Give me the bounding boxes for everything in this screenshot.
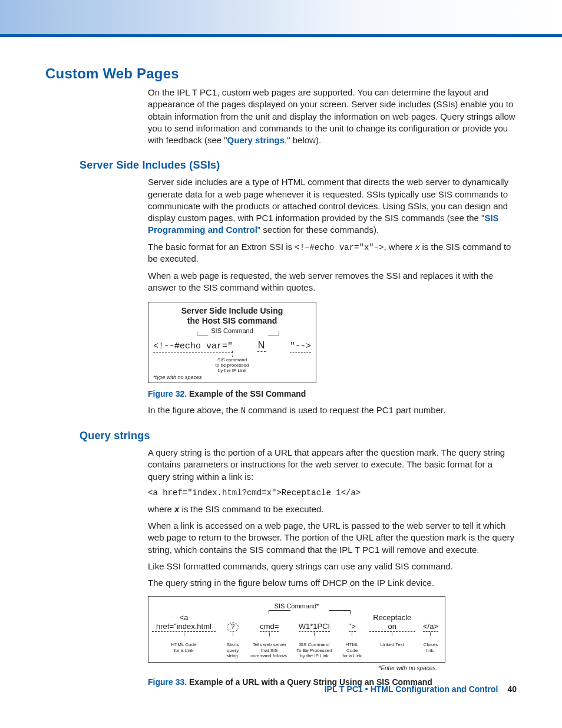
fig33-t2: ? Startsquery string. xyxy=(220,622,245,658)
ssi-p1b: " section for these commands). xyxy=(257,225,379,235)
fig33-t3-sub: Tells web serverthat SIScommand follows. xyxy=(250,642,289,658)
ssi-p2b: , where xyxy=(384,242,415,252)
fig32-title-2: the Host SIS command xyxy=(153,316,311,326)
fig32-n: N xyxy=(233,340,290,352)
fig32-footnote: *type with no spaces xyxy=(153,374,311,380)
ssi-p2-code: <!–#echo var="x"–> xyxy=(295,243,384,252)
ssi-p2a: The basic format for an Extron SSI is xyxy=(148,242,295,252)
fig33-t3-main: cmd= xyxy=(260,622,279,632)
fig33-t4-main: W1*1PCI xyxy=(299,622,330,632)
fig33-t1-sub: HTML Codefor a Link xyxy=(152,642,216,653)
qs-p4: Like SSI formatted commands, query strin… xyxy=(148,561,517,572)
header-gradient-bar xyxy=(0,0,562,37)
figure-32-caption: Figure 32. Example of the SSI Command xyxy=(148,389,517,398)
footer-product: IPL T PC1 xyxy=(325,684,363,694)
fig33-t6-main: Receptacle on xyxy=(369,613,415,632)
fig33-t7-main: </a> xyxy=(423,622,438,632)
connector-icon xyxy=(314,633,315,637)
fig33-header: SIS Command* xyxy=(152,602,441,613)
ssi-p1a: Server side includes are a type of HTML … xyxy=(148,177,508,223)
fig32-sis-label: SIS Command xyxy=(153,327,311,334)
fig33-qmark-oval: ? xyxy=(227,622,239,632)
figure-33-diagram: SIS Command* <a href="index.html HTML Co… xyxy=(148,596,445,663)
fig33-t5: "> HTML Codefor a Link xyxy=(340,622,365,658)
fig32-cap-title: Example of the SSI Command xyxy=(189,389,306,398)
qs-p2: where x is the SIS command to be execute… xyxy=(148,503,517,515)
connector-icon xyxy=(269,633,270,637)
h2-query-strings: Query strings xyxy=(80,430,517,442)
link-query-strings[interactable]: Query strings xyxy=(227,135,285,145)
fig32-sub2: to be processed xyxy=(216,363,249,368)
fig33-t7: </a> Closeslink. xyxy=(420,622,441,653)
qs-code: <a href="index.html?cmd=x">Receptacle 1<… xyxy=(148,487,517,499)
connector-icon xyxy=(233,633,233,637)
ssi-p3: When a web page is requested, the web se… xyxy=(148,270,517,294)
ssi-p2: The basic format for an Extron SSI is <!… xyxy=(148,241,517,265)
fig33-t7-sub: Closeslink. xyxy=(420,642,441,653)
figure-32-diagram: Server Side Include Using the Host SIS c… xyxy=(148,302,316,383)
qs-p2b: is the SIS command to be executed. xyxy=(179,504,323,514)
fig32-title-1: Server Side Include Using xyxy=(153,306,311,316)
footer-sep: • xyxy=(363,684,371,694)
fig33-t1: <a href="index.html HTML Codefor a Link xyxy=(152,613,216,653)
connector-icon xyxy=(430,633,431,637)
fig32-after-tail: command is used to request the PC1 part … xyxy=(246,405,445,415)
connector-icon xyxy=(184,633,184,637)
fig32-number: Figure 32. xyxy=(148,389,187,398)
intro-text: On the IPL T PC1, custom web pages are s… xyxy=(148,87,515,145)
fig33-t6-sub: Linked Text xyxy=(369,642,415,647)
qs-p3: When a link is accessed on a web page, t… xyxy=(148,520,517,556)
fig33-t4: W1*1PCI SIS CommandTo Be Processedby the… xyxy=(293,622,335,658)
fig33-t4-sub: SIS CommandTo Be Processedby the IP Link xyxy=(293,642,335,658)
qs-p5: The query string in the figure below tur… xyxy=(148,577,517,589)
connector-icon xyxy=(352,633,352,637)
fig33-t5-main: "> xyxy=(349,622,356,632)
fig32-sub3: by the IP Link xyxy=(218,368,246,373)
fig33-t1-main: <a href="index.html xyxy=(152,613,216,632)
intro-paragraph: On the IPL T PC1, custom web pages are s… xyxy=(148,87,517,146)
fig33-header-text: SIS Command* xyxy=(275,602,319,610)
fig33-t2-sub: Startsquery string. xyxy=(220,642,245,658)
fig33-number: Figure 33. xyxy=(148,677,187,687)
fig32-connector xyxy=(232,351,233,357)
fig32-n-char: N xyxy=(257,340,266,352)
fig32-after-text: In the figure above, the N command is us… xyxy=(148,404,517,417)
connector-icon xyxy=(392,633,392,637)
fig32-sub1: SIS command xyxy=(217,357,247,363)
h2-server-side-includes: Server Side Includes (SSIs) xyxy=(80,159,517,172)
qs-p1: A query string is the portion of a URL t… xyxy=(148,447,517,483)
fig33-t6: Receptacle on Linked Text xyxy=(369,613,415,647)
fig33-note: *Enter with no spaces. xyxy=(148,665,437,671)
ssi-p1: Server side includes are a type of HTML … xyxy=(148,176,517,236)
page-content: Custom Web Pages On the IPL T PC1, custo… xyxy=(0,37,562,687)
footer-page-number: 40 xyxy=(498,684,517,694)
qs-p2a: where xyxy=(148,504,174,514)
intro-tail: ," below). xyxy=(285,135,321,145)
fig33-t5-sub: HTML Codefor a Link xyxy=(340,642,365,658)
footer-section: HTML Configuration and Control xyxy=(371,684,498,694)
fig32-subtext: SIS command to be processed by the IP Li… xyxy=(153,357,311,374)
fig32-echo-close: "--> xyxy=(290,341,311,353)
fig32-echo-open: <!--#echo var=" xyxy=(153,341,233,353)
fig33-t3: cmd= Tells web serverthat SIScommand fol… xyxy=(250,622,289,658)
page-footer: IPL T PC1•HTML Configuration and Control… xyxy=(325,684,517,694)
fig32-after-a: In the figure above, the xyxy=(148,405,241,415)
h1-custom-web-pages: Custom Web Pages xyxy=(45,65,517,82)
fig32-after-code: N xyxy=(241,406,246,416)
